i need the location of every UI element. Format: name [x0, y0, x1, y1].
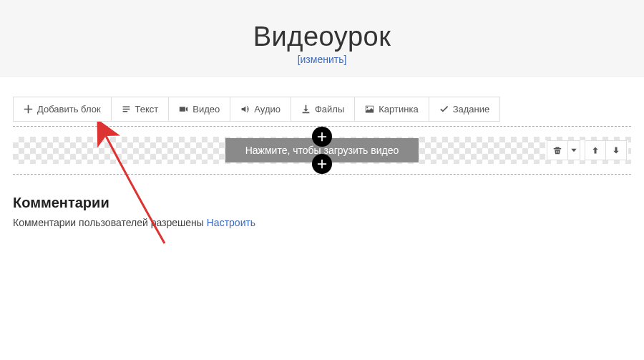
add-block-button[interactable]: Добавить блок	[13, 97, 112, 122]
move-block-down-button[interactable]	[605, 140, 627, 160]
text-block-label: Текст	[135, 104, 159, 115]
comments-heading: Комментарии	[13, 195, 644, 211]
video-icon	[179, 104, 188, 114]
plus-icon	[317, 132, 327, 142]
block-menu-dropdown[interactable]	[567, 140, 580, 160]
plus-icon	[317, 159, 327, 169]
plus-icon	[24, 104, 33, 114]
dashed-separator	[13, 174, 631, 175]
download-icon	[301, 104, 311, 114]
audio-block-label: Аудио	[254, 104, 280, 115]
page-header: Видеоурок [изменить]	[0, 0, 644, 77]
check-icon	[439, 104, 449, 114]
caret-down-icon	[570, 146, 578, 155]
add-block-label: Добавить блок	[37, 104, 101, 115]
comments-section: Комментарии Комментарии пользователей ра…	[13, 195, 644, 228]
audio-icon	[240, 104, 250, 114]
comments-configure-link[interactable]: Настроить	[207, 217, 255, 228]
image-block-label: Картинка	[379, 104, 418, 115]
comments-status: Комментарии пользователей разрешены Наст…	[13, 217, 644, 228]
move-block-up-button[interactable]	[585, 140, 606, 160]
edit-title-link[interactable]: [изменить]	[298, 54, 347, 65]
block-actions	[545, 140, 628, 160]
video-block-wrapper: Нажмите, чтобы загрузить видео	[0, 137, 644, 164]
text-block-button[interactable]: Текст	[111, 97, 170, 122]
files-block-label: Файлы	[315, 104, 344, 115]
arrow-down-icon	[612, 146, 620, 155]
text-icon	[122, 104, 131, 114]
add-block-below-button[interactable]	[312, 154, 332, 174]
comments-status-text: Комментарии пользователей разрешены	[13, 217, 207, 228]
block-toolbar: Добавить блок Текст Видео Аудио Файлы Ка…	[13, 97, 644, 122]
task-block-button[interactable]: Задание	[429, 97, 501, 122]
arrow-up-icon	[591, 146, 600, 155]
files-block-button[interactable]: Файлы	[291, 97, 355, 122]
page-title: Видеоурок	[0, 21, 644, 52]
task-block-label: Задание	[453, 104, 490, 115]
delete-block-button[interactable]	[547, 140, 568, 160]
video-upload-area: Нажмите, чтобы загрузить видео	[13, 137, 631, 164]
image-icon	[365, 104, 374, 114]
trash-icon	[553, 146, 562, 155]
video-block-label: Видео	[192, 104, 220, 115]
video-block-button[interactable]: Видео	[168, 97, 230, 122]
image-block-button[interactable]: Картинка	[354, 97, 429, 122]
audio-block-button[interactable]: Аудио	[230, 97, 291, 122]
add-block-above-button[interactable]	[312, 127, 332, 147]
